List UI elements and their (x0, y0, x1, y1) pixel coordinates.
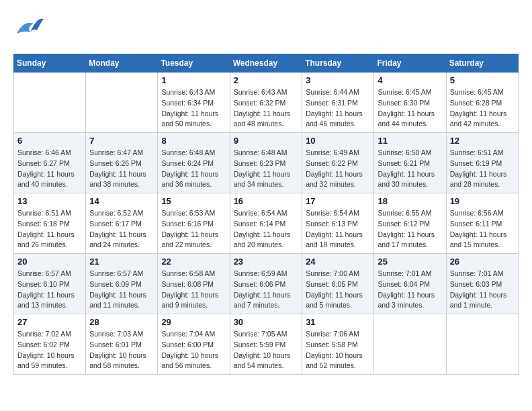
day-number: 12 (450, 136, 515, 146)
calendar-cell: 9Sunrise: 6:48 AMSunset: 6:23 PMDaylight… (230, 133, 302, 193)
calendar-cell: 23Sunrise: 6:59 AMSunset: 6:06 PMDayligh… (230, 254, 302, 314)
day-info: Sunrise: 7:00 AMSunset: 6:05 PMDaylight:… (306, 269, 370, 311)
calendar-cell: 3Sunrise: 6:44 AMSunset: 6:31 PMDaylight… (302, 73, 374, 133)
logo (13, 13, 50, 43)
weekday-header: Monday (86, 54, 158, 73)
day-number: 11 (378, 136, 442, 146)
day-info: Sunrise: 6:44 AMSunset: 6:31 PMDaylight:… (306, 87, 370, 130)
day-info: Sunrise: 6:51 AMSunset: 6:18 PMDaylight:… (17, 208, 82, 250)
calendar-cell: 29Sunrise: 7:04 AMSunset: 6:00 PMDayligh… (158, 314, 230, 375)
weekday-header: Saturday (446, 54, 518, 73)
calendar-cell: 22Sunrise: 6:58 AMSunset: 6:08 PMDayligh… (158, 254, 230, 314)
day-number: 13 (17, 196, 82, 206)
day-number: 27 (17, 317, 82, 327)
calendar-cell: 27Sunrise: 7:02 AMSunset: 6:02 PMDayligh… (14, 314, 86, 375)
calendar-cell (86, 73, 158, 133)
calendar-cell (374, 314, 446, 375)
calendar-cell: 2Sunrise: 6:43 AMSunset: 6:32 PMDaylight… (230, 73, 302, 133)
calendar-week-row: 13Sunrise: 6:51 AMSunset: 6:18 PMDayligh… (14, 193, 519, 254)
calendar-cell: 10Sunrise: 6:49 AMSunset: 6:22 PMDayligh… (302, 133, 374, 193)
day-info: Sunrise: 7:01 AMSunset: 6:03 PMDaylight:… (450, 269, 515, 311)
day-number: 4 (378, 75, 442, 85)
day-info: Sunrise: 6:43 AMSunset: 6:32 PMDaylight:… (234, 87, 299, 130)
calendar-cell: 6Sunrise: 6:46 AMSunset: 6:27 PMDaylight… (14, 133, 86, 193)
weekday-header: Tuesday (158, 54, 230, 73)
day-number: 29 (161, 317, 226, 327)
day-number: 18 (378, 196, 442, 206)
calendar-cell: 8Sunrise: 6:48 AMSunset: 6:24 PMDaylight… (158, 133, 230, 193)
day-info: Sunrise: 6:57 AMSunset: 6:10 PMDaylight:… (17, 269, 82, 311)
weekday-header: Friday (374, 54, 446, 73)
day-info: Sunrise: 6:45 AMSunset: 6:30 PMDaylight:… (378, 87, 442, 130)
calendar-cell: 1Sunrise: 6:43 AMSunset: 6:34 PMDaylight… (158, 73, 230, 133)
day-number: 24 (306, 257, 370, 267)
day-info: Sunrise: 6:49 AMSunset: 6:22 PMDaylight:… (306, 148, 370, 190)
calendar-cell: 21Sunrise: 6:57 AMSunset: 6:09 PMDayligh… (86, 254, 158, 314)
day-info: Sunrise: 6:43 AMSunset: 6:34 PMDaylight:… (161, 87, 226, 130)
day-number: 21 (89, 257, 154, 267)
calendar-cell: 30Sunrise: 7:05 AMSunset: 5:59 PMDayligh… (230, 314, 302, 375)
weekday-header: Thursday (302, 54, 374, 73)
day-number: 25 (378, 257, 442, 267)
day-info: Sunrise: 6:48 AMSunset: 6:24 PMDaylight:… (161, 148, 226, 190)
day-number: 31 (306, 317, 370, 327)
day-number: 14 (89, 196, 154, 206)
day-number: 7 (89, 136, 154, 146)
day-number: 8 (161, 136, 226, 146)
day-info: Sunrise: 6:51 AMSunset: 6:19 PMDaylight:… (450, 148, 515, 190)
day-number: 19 (450, 196, 515, 206)
weekday-header: Wednesday (230, 54, 302, 73)
day-info: Sunrise: 6:47 AMSunset: 6:26 PMDaylight:… (89, 148, 154, 190)
day-number: 17 (306, 196, 370, 206)
calendar-week-row: 6Sunrise: 6:46 AMSunset: 6:27 PMDaylight… (14, 133, 519, 193)
day-info: Sunrise: 6:58 AMSunset: 6:08 PMDaylight:… (161, 269, 226, 311)
day-number: 28 (89, 317, 154, 327)
day-number: 5 (450, 75, 515, 85)
day-number: 30 (234, 317, 299, 327)
day-number: 15 (161, 196, 226, 206)
day-number: 16 (234, 196, 299, 206)
calendar-cell: 4Sunrise: 6:45 AMSunset: 6:30 PMDaylight… (374, 73, 446, 133)
calendar-week-row: 1Sunrise: 6:43 AMSunset: 6:34 PMDaylight… (14, 73, 519, 133)
logo-icon (13, 13, 47, 43)
day-info: Sunrise: 7:03 AMSunset: 6:01 PMDaylight:… (89, 329, 154, 371)
day-info: Sunrise: 6:54 AMSunset: 6:13 PMDaylight:… (306, 208, 370, 250)
day-number: 6 (17, 136, 82, 146)
calendar-cell (446, 314, 518, 375)
day-info: Sunrise: 6:48 AMSunset: 6:23 PMDaylight:… (234, 148, 299, 190)
calendar-week-row: 20Sunrise: 6:57 AMSunset: 6:10 PMDayligh… (14, 254, 519, 314)
calendar-table: SundayMondayTuesdayWednesdayThursdayFrid… (13, 54, 519, 375)
day-number: 1 (161, 75, 226, 85)
day-number: 26 (450, 257, 515, 267)
calendar-cell: 24Sunrise: 7:00 AMSunset: 6:05 PMDayligh… (302, 254, 374, 314)
calendar-cell: 18Sunrise: 6:55 AMSunset: 6:12 PMDayligh… (374, 193, 446, 254)
page-header (13, 13, 519, 43)
day-info: Sunrise: 6:54 AMSunset: 6:14 PMDaylight:… (234, 208, 299, 250)
day-number: 9 (234, 136, 299, 146)
calendar-cell: 17Sunrise: 6:54 AMSunset: 6:13 PMDayligh… (302, 193, 374, 254)
weekday-header: Sunday (14, 54, 86, 73)
day-info: Sunrise: 7:02 AMSunset: 6:02 PMDaylight:… (17, 329, 82, 371)
calendar-cell: 15Sunrise: 6:53 AMSunset: 6:16 PMDayligh… (158, 193, 230, 254)
calendar-cell: 25Sunrise: 7:01 AMSunset: 6:04 PMDayligh… (374, 254, 446, 314)
day-info: Sunrise: 6:57 AMSunset: 6:09 PMDaylight:… (89, 269, 154, 311)
calendar-cell: 19Sunrise: 6:56 AMSunset: 6:11 PMDayligh… (446, 193, 518, 254)
day-info: Sunrise: 6:56 AMSunset: 6:11 PMDaylight:… (450, 208, 515, 250)
calendar-cell: 20Sunrise: 6:57 AMSunset: 6:10 PMDayligh… (14, 254, 86, 314)
day-number: 23 (234, 257, 299, 267)
day-info: Sunrise: 7:01 AMSunset: 6:04 PMDaylight:… (378, 269, 442, 311)
calendar-cell: 16Sunrise: 6:54 AMSunset: 6:14 PMDayligh… (230, 193, 302, 254)
day-number: 20 (17, 257, 82, 267)
day-info: Sunrise: 7:05 AMSunset: 5:59 PMDaylight:… (234, 329, 299, 371)
calendar-cell: 31Sunrise: 7:06 AMSunset: 5:58 PMDayligh… (302, 314, 374, 375)
day-number: 3 (306, 75, 370, 85)
day-number: 2 (234, 75, 299, 85)
day-info: Sunrise: 6:52 AMSunset: 6:17 PMDaylight:… (89, 208, 154, 250)
day-number: 10 (306, 136, 370, 146)
day-info: Sunrise: 6:45 AMSunset: 6:28 PMDaylight:… (450, 87, 515, 130)
calendar-header-row: SundayMondayTuesdayWednesdayThursdayFrid… (14, 54, 519, 73)
day-info: Sunrise: 6:55 AMSunset: 6:12 PMDaylight:… (378, 208, 442, 250)
day-info: Sunrise: 6:53 AMSunset: 6:16 PMDaylight:… (161, 208, 226, 250)
calendar-cell: 13Sunrise: 6:51 AMSunset: 6:18 PMDayligh… (14, 193, 86, 254)
day-info: Sunrise: 6:50 AMSunset: 6:21 PMDaylight:… (378, 148, 442, 190)
